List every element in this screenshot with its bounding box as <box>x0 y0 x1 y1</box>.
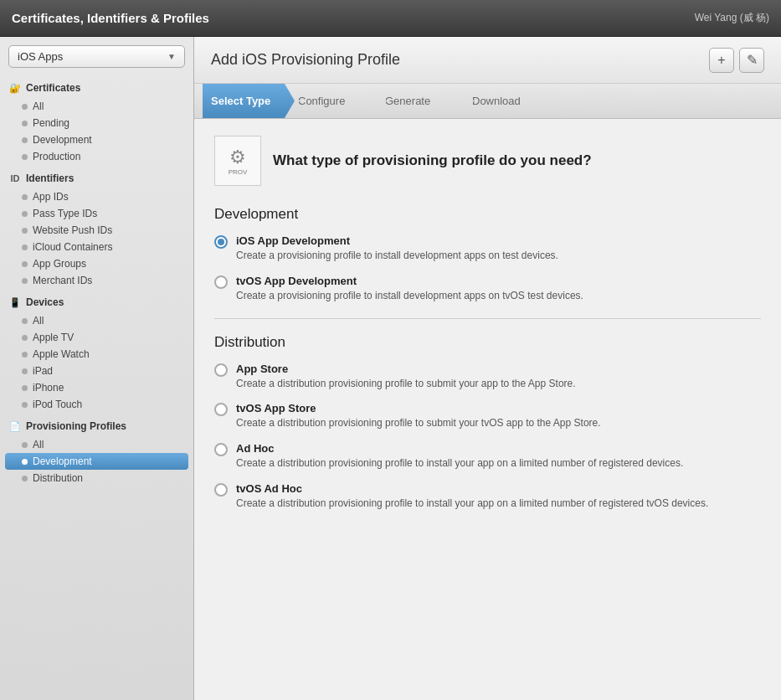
dev-iphone-dot <box>22 385 28 391</box>
sidebar-item-dev-ipodtouch[interactable]: iPod Touch <box>0 396 193 413</box>
radio-sections: DevelopmentiOS App DevelopmentCreate a p… <box>214 206 761 511</box>
id-app-ids-label: App IDs <box>33 191 69 203</box>
sidebar-item-prov-all[interactable]: All <box>0 436 193 453</box>
step-download[interactable]: Download <box>464 84 556 118</box>
radio-btn-tvos-app-dev[interactable] <box>214 275 228 289</box>
sidebar-item-certs-production[interactable]: Production <box>0 148 193 165</box>
radio-title-tvos-app-dev: tvOS App Development <box>236 275 583 287</box>
identifiers-section-label: Identifiers <box>26 172 74 184</box>
sidebar-sections: 🔐CertificatesAllPendingDevelopmentProduc… <box>0 75 193 486</box>
dev-all-dot <box>22 318 28 324</box>
id-website-push-dot <box>22 228 28 234</box>
profile-question: What type of provisioning profile do you… <box>273 152 592 169</box>
step-download-label: Download <box>472 95 521 107</box>
edit-icon: ✎ <box>747 52 758 68</box>
user-name: Wei Yang (威 杨) <box>695 11 769 25</box>
id-pass-type-dot <box>22 211 28 217</box>
id-app-groups-dot <box>22 261 28 267</box>
dev-applewatch-label: Apple Watch <box>33 348 90 360</box>
radio-btn-ios-app-dev[interactable] <box>214 235 228 249</box>
radio-option-ios-app-dev[interactable]: iOS App DevelopmentCreate a provisioning… <box>214 234 761 263</box>
prov-all-label: All <box>33 439 44 450</box>
page-title: Add iOS Provisioning Profile <box>211 51 400 69</box>
sidebar-item-id-pass-type[interactable]: Pass Type IDs <box>0 205 193 222</box>
sidebar-item-prov-development[interactable]: Development <box>5 453 188 470</box>
sidebar-item-certs-development[interactable]: Development <box>0 131 193 148</box>
gear-icon: ⚙ <box>229 147 246 168</box>
radio-option-app-store[interactable]: App StoreCreate a distribution provision… <box>214 363 761 391</box>
radio-desc-app-store: Create a distribution provisioning profi… <box>236 377 576 391</box>
radio-text-tvos-ad-hoc: tvOS Ad HocCreate a distribution provisi… <box>236 482 708 511</box>
main-layout: iOS Apps ▼ 🔐CertificatesAllPendingDevelo… <box>0 37 781 700</box>
sidebar-section-devices: 📱Devices <box>0 289 193 312</box>
certificates-section-label: Certificates <box>26 82 80 94</box>
id-icloud-label: iCloud Containers <box>33 241 112 253</box>
radio-btn-app-store[interactable] <box>214 363 228 377</box>
section-title-distribution: Distribution <box>214 334 761 351</box>
radio-btn-tvos-app-store[interactable] <box>214 403 228 416</box>
step-generate[interactable]: Generate <box>377 84 469 118</box>
sidebar: iOS Apps ▼ 🔐CertificatesAllPendingDevelo… <box>0 37 194 700</box>
sidebar-item-dev-appletv[interactable]: Apple TV <box>0 329 193 346</box>
content-header: Add iOS Provisioning Profile + ✎ <box>194 37 781 84</box>
radio-btn-ad-hoc[interactable] <box>214 443 228 456</box>
radio-desc-tvos-ad-hoc: Create a distribution provisioning profi… <box>236 497 708 511</box>
sidebar-item-dev-applewatch[interactable]: Apple Watch <box>0 346 193 363</box>
prov-distribution-label: Distribution <box>33 472 83 484</box>
dev-applewatch-dot <box>22 352 28 358</box>
edit-button[interactable]: ✎ <box>739 48 764 73</box>
add-button[interactable]: + <box>709 48 734 73</box>
sidebar-item-dev-iphone[interactable]: iPhone <box>0 379 193 396</box>
certs-all-dot <box>22 104 28 110</box>
step-select-type-label: Select Type <box>211 95 270 107</box>
step-configure[interactable]: Configure <box>290 84 382 118</box>
dev-ipodtouch-label: iPod Touch <box>33 399 82 410</box>
sidebar-item-id-app-groups[interactable]: App Groups <box>0 255 193 272</box>
devices-section-label: Devices <box>26 296 64 308</box>
radio-title-tvos-app-store: tvOS App Store <box>236 402 601 414</box>
sidebar-item-certs-pending[interactable]: Pending <box>0 115 193 131</box>
radio-desc-tvos-app-store: Create a distribution provisioning profi… <box>236 416 601 430</box>
id-website-push-label: Website Push IDs <box>33 224 112 236</box>
radio-desc-ios-app-dev: Create a provisioning profile to install… <box>236 249 558 263</box>
radio-text-ios-app-dev: iOS App DevelopmentCreate a provisioning… <box>236 234 558 263</box>
sidebar-item-prov-distribution[interactable]: Distribution <box>0 470 193 486</box>
id-pass-type-label: Pass Type IDs <box>33 208 97 219</box>
prov-label: PROV <box>229 168 248 176</box>
radio-btn-tvos-ad-hoc[interactable] <box>214 483 228 497</box>
radio-option-tvos-ad-hoc[interactable]: tvOS Ad HocCreate a distribution provisi… <box>214 482 761 511</box>
radio-option-tvos-app-dev[interactable]: tvOS App DevelopmentCreate a provisionin… <box>214 275 761 303</box>
step-generate-label: Generate <box>385 95 430 107</box>
sidebar-item-dev-ipad[interactable]: iPad <box>0 363 193 379</box>
certs-development-label: Development <box>33 134 92 146</box>
dev-ipad-dot <box>22 368 28 374</box>
sidebar-item-certs-all[interactable]: All <box>0 98 193 115</box>
radio-desc-ad-hoc: Create a distribution provisioning profi… <box>236 456 683 471</box>
app-title: Certificates, Identifiers & Profiles <box>12 11 209 25</box>
sidebar-item-id-icloud[interactable]: iCloud Containers <box>0 239 193 255</box>
platform-dropdown[interactable]: iOS Apps ▼ <box>8 45 185 68</box>
radio-title-app-store: App Store <box>236 363 576 375</box>
divider-1 <box>214 318 761 319</box>
sidebar-item-id-merchant[interactable]: Merchant IDs <box>0 272 193 289</box>
sidebar-item-id-website-push[interactable]: Website Push IDs <box>0 222 193 239</box>
section-title-development: Development <box>214 206 761 223</box>
sidebar-section-provisioning: 📄Provisioning Profiles <box>0 413 193 436</box>
radio-text-tvos-app-dev: tvOS App DevelopmentCreate a provisionin… <box>236 275 583 303</box>
prov-development-dot <box>22 459 28 465</box>
radio-text-app-store: App StoreCreate a distribution provision… <box>236 363 576 391</box>
profile-header: ⚙ PROV What type of provisioning profile… <box>214 136 761 186</box>
sidebar-item-id-app-ids[interactable]: App IDs <box>0 188 193 205</box>
step-configure-label: Configure <box>298 95 345 107</box>
radio-option-ad-hoc[interactable]: Ad HocCreate a distribution provisioning… <box>214 442 761 471</box>
sidebar-section-certificates: 🔐Certificates <box>0 75 193 98</box>
radio-text-ad-hoc: Ad HocCreate a distribution provisioning… <box>236 442 683 471</box>
step-select-type[interactable]: Select Type <box>203 84 295 118</box>
radio-option-tvos-app-store[interactable]: tvOS App StoreCreate a distribution prov… <box>214 402 761 430</box>
id-app-ids-dot <box>22 194 28 200</box>
id-icloud-dot <box>22 244 28 250</box>
steps-bar: Select TypeConfigureGenerateDownload <box>194 84 781 119</box>
id-merchant-label: Merchant IDs <box>33 275 92 286</box>
dev-ipad-label: iPad <box>33 365 53 377</box>
sidebar-item-dev-all[interactable]: All <box>0 312 193 329</box>
